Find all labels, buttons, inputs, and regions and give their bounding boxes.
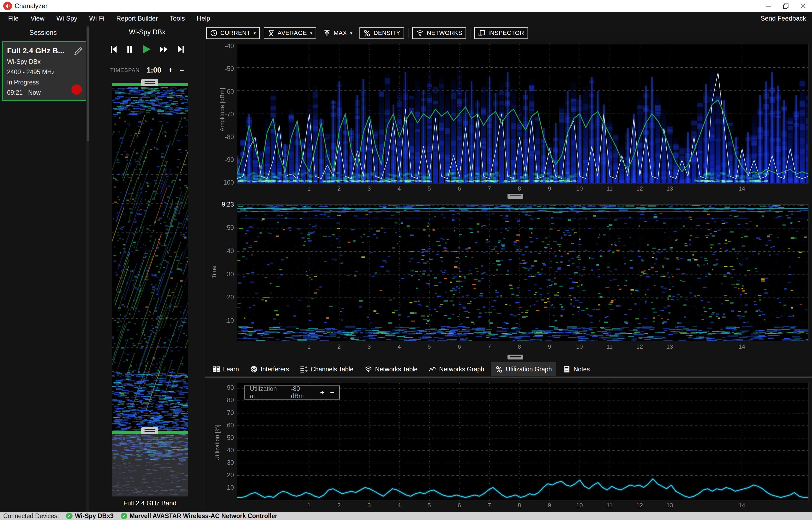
playback-controls: [89, 41, 205, 57]
wispy-panel: Wi-Spy DBx TIMESPAN 1:00 + − + Full 2.4 …: [89, 25, 205, 512]
app-window: Chanalyzer FileViewWi-SpyWi-FiReport Bui…: [0, 0, 812, 520]
y-axis-tick: :50: [209, 224, 234, 231]
main-area: CURRENT▾AVERAGE▾MAX▾DENSITYNETWORKSINSPE…: [205, 25, 812, 512]
y-axis-tick: :30: [209, 271, 234, 278]
chevron-down-icon[interactable]: ▾: [254, 31, 256, 36]
utilization-plot: [237, 383, 809, 501]
x-axis-tick: 13: [661, 502, 678, 509]
x-axis-tick: 2: [331, 502, 347, 509]
average-button[interactable]: AVERAGE▾: [264, 27, 316, 39]
x-axis-tick: 9: [541, 185, 557, 192]
amplitude-plot: [237, 44, 809, 184]
menu-item-tools[interactable]: Tools: [170, 15, 185, 22]
timespan-label: TIMESPAN: [110, 67, 140, 73]
y-axis-tick: 10: [209, 484, 234, 491]
toolbar-separator: [408, 28, 409, 38]
x-axis-tick: 11: [601, 343, 618, 350]
x-axis-tick: 14: [734, 343, 750, 350]
recording-indicator: [72, 84, 82, 95]
x-axis-tick: 8: [511, 185, 527, 192]
utilization-threshold-control: Utilization at: -80 dBm + −: [244, 386, 340, 399]
device-wi-spy-dbx3: ✓Wi-Spy DBx3: [66, 513, 114, 520]
close-button[interactable]: [795, 0, 812, 12]
toolbar-button-label: AVERAGE: [278, 29, 307, 36]
splitter-grip-bottom[interactable]: [507, 355, 523, 360]
device-name: Wi-Spy DBx3: [75, 513, 114, 520]
menu-item-wi-spy[interactable]: Wi-Spy: [56, 15, 77, 22]
timespan-slider-top-handle[interactable]: [141, 79, 158, 86]
tab-networks-graph[interactable]: Networks Graph: [424, 362, 489, 376]
app-logo-icon: [3, 2, 12, 10]
menu-item-file[interactable]: File: [8, 15, 19, 22]
current-button[interactable]: CURRENT▾: [206, 27, 260, 39]
tab-networks-table[interactable]: Networks Table: [360, 362, 422, 376]
tab-channels-table[interactable]: Channels Table: [295, 362, 358, 376]
timespan-increase-button[interactable]: +: [168, 66, 173, 74]
tab-interferers[interactable]: Interferers: [245, 362, 293, 376]
toolbar-button-label: MAX: [334, 29, 347, 36]
sessions-scrollbar[interactable]: [86, 25, 89, 512]
x-axis-tick: 1: [301, 502, 317, 509]
device-marvell-avastar-wireless-ac-network-controller: ✓Marvell AVASTAR Wireless-AC Network Con…: [121, 513, 278, 520]
timespan-slider-bottom-handle[interactable]: [141, 427, 158, 434]
y-axis-tick: 9:23: [209, 201, 234, 208]
percent-icon: [363, 29, 371, 37]
density-button[interactable]: DENSITY: [360, 27, 404, 39]
utilization-threshold-decrease[interactable]: −: [330, 388, 334, 397]
waterfall-strip-canvas: [112, 86, 188, 496]
fast-forward-button[interactable]: [159, 45, 168, 53]
menu-item-wi-fi[interactable]: Wi-Fi: [89, 15, 104, 22]
minimize-button[interactable]: [760, 0, 777, 12]
utilization-chart-canvas: [237, 383, 808, 500]
toolbar-button-label: INSPECTOR: [488, 29, 524, 36]
band-label: Full 2.4 GHz Band: [112, 499, 188, 507]
x-axis-tick: 10: [571, 185, 587, 192]
menu-bar: FileViewWi-SpyWi-FiReport BuilderToolsHe…: [0, 12, 812, 25]
splitter-grip-top[interactable]: [507, 194, 523, 199]
channels-icon: [300, 365, 308, 373]
tab-notes[interactable]: Notes: [558, 362, 594, 376]
edit-pencil-icon[interactable]: [74, 46, 83, 56]
y-axis-tick: 70: [209, 409, 234, 417]
status-bar: Connected Devices: ✓Wi-Spy DBx3✓Marvell …: [0, 512, 812, 520]
skip-to-end-button[interactable]: [177, 45, 185, 53]
x-axis-tick: 10: [571, 343, 587, 350]
x-axis-tick: 13: [661, 343, 678, 350]
utilization-threshold-increase[interactable]: +: [320, 388, 324, 397]
y-axis-tick: -50: [209, 65, 234, 73]
play-button[interactable]: [141, 44, 151, 54]
chevron-down-icon[interactable]: ▾: [350, 31, 353, 36]
menu-item-help[interactable]: Help: [197, 15, 210, 22]
wifi-icon: [416, 29, 424, 37]
session-card[interactable]: Full 2.4 GHz B... Wi-Spy DBx 2400 - 2495…: [2, 41, 88, 101]
pause-button[interactable]: [126, 45, 133, 53]
device-name: Marvell AVASTAR Wireless-AC Network Cont…: [130, 513, 278, 520]
x-axis-tick: 5: [421, 185, 437, 192]
tab-learn[interactable]: Learn: [208, 362, 243, 376]
chevron-down-icon[interactable]: ▾: [310, 31, 313, 36]
sessions-panel: Sessions Full 2.4 GHz B... Wi-Spy DBx 24…: [0, 25, 86, 512]
session-device: Wi-Spy DBx: [7, 58, 87, 66]
x-axis-tick: 9: [541, 343, 557, 350]
x-axis-tick: 1: [301, 185, 317, 192]
x-axis-tick: 9: [541, 502, 557, 509]
max-button[interactable]: MAX▾: [320, 28, 356, 38]
x-axis-tick: 12: [631, 185, 648, 192]
menu-item-report-builder[interactable]: Report Builder: [116, 15, 158, 22]
session-range: 2400 - 2495 MHz: [7, 69, 87, 76]
timespan-decrease-button[interactable]: −: [180, 66, 184, 74]
networks-button[interactable]: NETWORKS: [412, 27, 466, 39]
tab-label: Notes: [574, 366, 590, 373]
tab-utilization-graph[interactable]: Utilization Graph: [491, 362, 556, 376]
title-bar: Chanalyzer: [0, 0, 812, 12]
waterfall-strip: [112, 86, 188, 496]
y-axis-tick: -70: [209, 111, 234, 118]
inspector-button[interactable]: INSPECTOR: [474, 27, 528, 39]
x-axis-tick: 8: [511, 502, 527, 509]
toolbar-separator: [470, 28, 470, 38]
restore-button[interactable]: [777, 0, 795, 12]
menu-item-view[interactable]: View: [31, 15, 45, 22]
skip-to-start-button[interactable]: [110, 45, 118, 53]
send-feedback-link[interactable]: Send Feedback: [761, 15, 806, 22]
scrollbar-thumb[interactable]: [87, 27, 89, 141]
